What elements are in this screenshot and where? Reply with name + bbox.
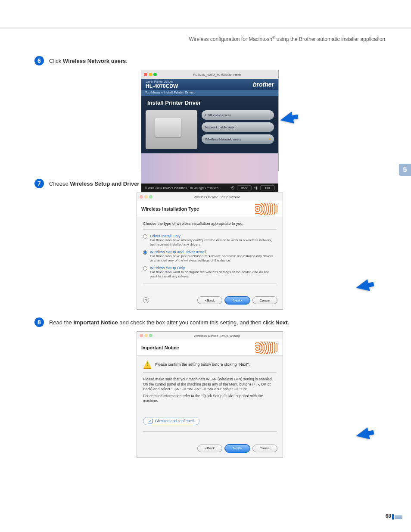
option-wireless-setup-only[interactable]: Wireless Setup OnlyFor those who want to… xyxy=(143,266,277,279)
wireless-logo-icon xyxy=(255,342,278,354)
option-desc: For those who have already configured th… xyxy=(150,238,277,247)
screenshot-installer-menu: HL4040_4050_4070:Start Here Laser Printe… xyxy=(141,70,279,171)
t: . xyxy=(126,58,128,64)
wizard-banner: Important Notice xyxy=(137,339,283,356)
copyright: © 2001-2007 Brother Industries, Ltd. All… xyxy=(145,187,219,190)
usb-cable-users-button[interactable]: USB cable users xyxy=(202,110,274,120)
step-8: 8 Read the Important Notice and check th… xyxy=(34,317,385,457)
screenshot-2-wrap: Wireless Device Setup Wizard Wireless In… xyxy=(34,193,385,310)
banner-title: Wireless Installation Type xyxy=(141,206,199,212)
t: . xyxy=(288,319,290,326)
window-title: HL4040_4050_4070:Start Here xyxy=(158,73,276,77)
t-bold: Important Notice xyxy=(73,319,118,326)
cancel-button[interactable]: Cancel xyxy=(252,296,277,304)
step-7: 7 Choose Wireless Setup and Driver Insta… xyxy=(34,179,385,310)
zoom-icon[interactable] xyxy=(149,334,153,337)
brother-logo: brother xyxy=(253,81,274,88)
screenshot-wizard-important-notice: Wireless Device Setup Wizard Important N… xyxy=(137,331,283,457)
option-driver-install-only[interactable]: Driver Install OnlyFor those who have al… xyxy=(143,234,277,247)
sub-label: Laser Printer Utilities xyxy=(146,80,178,83)
decorative-gradient xyxy=(141,153,278,184)
notice-paragraph-1: Please make sure that your machine's WLA… xyxy=(143,377,277,392)
header-text: Wireless configuration for Macintosh® us… xyxy=(189,36,385,42)
t: Click xyxy=(49,58,63,64)
pointer-arrow-icon xyxy=(279,112,294,126)
banner-title: Important Notice xyxy=(141,345,179,350)
close-icon[interactable] xyxy=(140,195,143,199)
label: USB cable users xyxy=(205,113,231,117)
step-badge-7: 7 xyxy=(34,179,44,188)
network-cable-users-button[interactable]: Network cable users xyxy=(202,122,274,132)
step-8-text: Read the Important Notice and check the … xyxy=(49,319,289,326)
t: and check the box after you confirm this… xyxy=(118,319,276,326)
exit-icon[interactable]: ▪▮ xyxy=(254,186,258,190)
cancel-button[interactable]: Cancel xyxy=(252,445,277,452)
installer-footer: © 2001-2007 Brother Industries, Ltd. All… xyxy=(141,184,278,192)
option-wireless-setup-and-driver-install[interactable]: Wireless Setup and Driver InstallFor tho… xyxy=(143,250,277,263)
undo-icon[interactable]: ⟲ xyxy=(230,185,234,191)
model-label: HL-4070CDW xyxy=(146,83,178,89)
wireless-logo-icon xyxy=(255,203,278,215)
mac-titlebar: Wireless Device Setup Wizard xyxy=(137,193,283,201)
t: Read the xyxy=(49,319,73,326)
chapter-tab: 5 xyxy=(399,164,411,176)
mac-titlebar: HL4040_4050_4070:Start Here xyxy=(141,70,278,79)
notice-paragraph-2: For detailed information refer to the "Q… xyxy=(143,394,277,404)
t-bold: Next xyxy=(275,319,287,326)
content: 6 Click Wireless Network users. HL4040_4… xyxy=(34,56,385,466)
pointer-arrow-icon xyxy=(355,280,370,294)
step-6-text: Click Wireless Network users. xyxy=(49,58,128,64)
breadcrumb: Top Menu » Install Printer Driver xyxy=(141,90,278,96)
wireless-network-users-button[interactable]: Wireless Network users xyxy=(202,134,274,144)
minimize-icon[interactable] xyxy=(149,73,152,76)
minimize-icon[interactable] xyxy=(144,334,148,337)
wizard-button-row: ? <Back Next> Cancel xyxy=(137,292,283,309)
lead-text: Please confirm the setting below before … xyxy=(155,362,250,367)
next-button[interactable]: Next> xyxy=(225,445,250,452)
option-title: Driver Install Only xyxy=(150,234,277,238)
radio-icon[interactable] xyxy=(143,266,147,271)
printer-image xyxy=(146,110,197,149)
label: Wireless Network users xyxy=(205,137,241,141)
zoom-icon[interactable] xyxy=(153,73,157,76)
page-marker-icon xyxy=(395,515,402,519)
page-number: 68 xyxy=(386,513,391,519)
screenshot-3-wrap: Wireless Device Setup Wizard Important N… xyxy=(34,331,385,457)
t-bold: Wireless Network users xyxy=(63,58,126,64)
radio-icon[interactable] xyxy=(143,250,147,255)
warning-icon xyxy=(143,360,152,369)
window-title: Wireless Device Setup Wizard xyxy=(154,334,280,338)
top-rule xyxy=(0,28,411,28)
option-desc: For those who have just purchased this d… xyxy=(150,254,277,263)
step-badge-8: 8 xyxy=(34,317,44,327)
t: Choose xyxy=(49,180,70,187)
lead-text: Choose the type of wireless installation… xyxy=(143,221,277,226)
checkbox-icon[interactable]: ✓ xyxy=(148,419,153,423)
option-title: Wireless Setup Only xyxy=(150,266,277,270)
zoom-icon[interactable] xyxy=(149,195,153,199)
screenshot-1-wrap: HL4040_4050_4070:Start Here Laser Printe… xyxy=(34,70,385,171)
option-desc: For those who want to configure the wire… xyxy=(150,270,277,279)
mac-titlebar: Wireless Device Setup Wizard xyxy=(137,332,283,339)
step-badge-6: 6 xyxy=(34,56,44,65)
back-button[interactable]: Back xyxy=(237,185,252,190)
section-title: Install Printer Driver xyxy=(141,96,278,108)
close-icon[interactable] xyxy=(144,73,147,76)
help-icon[interactable]: ? xyxy=(143,297,149,303)
wizard-banner: Wireless Installation Type xyxy=(137,201,283,217)
option-title: Wireless Setup and Driver Install xyxy=(150,250,277,254)
pointer-arrow-icon xyxy=(355,427,370,442)
next-button[interactable]: Next> xyxy=(225,296,250,304)
checkbox-label: Checked and confirmed. xyxy=(155,419,195,423)
radio-icon[interactable] xyxy=(143,234,147,239)
back-button[interactable]: <Back xyxy=(197,445,222,452)
window-title: Wireless Device Setup Wizard xyxy=(154,195,280,199)
close-icon[interactable] xyxy=(140,334,143,337)
exit-button[interactable]: Exit xyxy=(260,185,275,190)
checked-and-confirmed-checkbox[interactable]: ✓ Checked and confirmed. xyxy=(143,417,199,425)
page-header: Wireless configuration for Macintosh® us… xyxy=(34,35,385,42)
indicator-icon xyxy=(269,138,271,140)
wizard-button-row: <Back Next> Cancel xyxy=(137,440,283,457)
minimize-icon[interactable] xyxy=(144,195,148,199)
back-button[interactable]: <Back xyxy=(197,296,222,304)
